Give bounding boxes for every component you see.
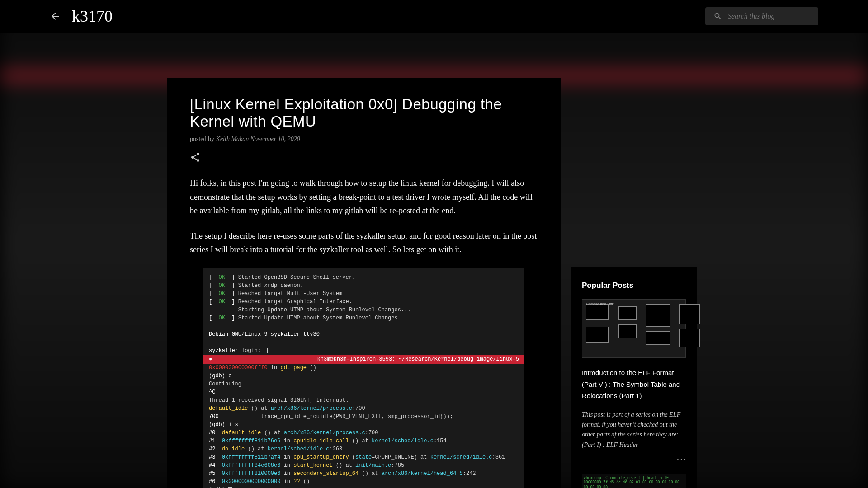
popular-post-thumbnail-2[interactable]: >hexdump -C compile_me.elf | head -n 10 … [582,474,686,488]
term-red-bar: ●kh3m@kh3m-Inspiron-3593: ~/Research/Ker… [203,355,524,364]
term-line: 700 trace_cpu_idle_rcuidle(PWR_EVENT_EXI… [203,413,524,421]
term-line: #3 0xffffffff811b7af4 in cpu_startup_ent… [203,453,524,461]
term-line: (gdb) [203,486,524,488]
terminal-screenshot[interactable]: [ OK ] Started OpenBSD Secure Shell serv… [203,268,524,488]
term-line: Thread 1 received signal SIGINT, Interru… [203,396,524,404]
term-line: Debian GNU/Linux 9 syzkaller ttyS0 [203,330,524,338]
term-line [203,322,524,330]
term-line [203,338,524,347]
sidebar: Popular Posts Compile and Link Introduct… [571,267,697,488]
popular-post-excerpt: This post is part of a series on the ELF… [582,410,686,450]
popular-post-thumbnail[interactable]: Compile and Link [582,299,686,358]
article-title: [Linux Kernel Exploitation 0x0] Debuggin… [190,96,538,130]
term-line: default_idle () at arch/x86/kernel/proce… [203,404,524,413]
term-line: Continuing. [203,380,524,388]
term-line: Starting Update UTMP about System Runlev… [203,306,524,314]
share-icon[interactable] [190,152,201,163]
term-line: syzkaller login: [203,347,524,355]
date-link[interactable]: November 10, 2020 [250,136,300,142]
header: k3170 [0,0,868,33]
term-line: #0 default_idle () at arch/x86/kernel/pr… [203,429,524,437]
paragraph-1: Hi folks, in this post I'm going to walk… [190,176,538,218]
popular-post-title[interactable]: Introduction to the ELF Format (Part VI)… [582,367,686,402]
term-line: [ OK ] Reached target Graphical Interfac… [203,298,524,306]
article: [Linux Kernel Exploitation 0x0] Debuggin… [167,78,561,488]
term-line: #2 do_idle () at kernel/sched/idle.c:263 [203,445,524,453]
term-line: (gdb) i s [203,421,524,429]
article-meta: posted by Keith Makan November 10, 2020 [190,136,538,143]
site-title[interactable]: k3170 [72,7,113,26]
term-line: [ OK ] Started xrdp daemon. [203,282,524,290]
popular-posts-heading: Popular Posts [582,281,686,290]
term-line: #1 0xffffffff811b76e6 in cpuidle_idle_ca… [203,437,524,445]
search-icon [713,12,722,21]
back-arrow-icon[interactable] [50,11,61,22]
search-box[interactable] [705,7,818,25]
term-line: #6 0x0000000000000000 in ?? () [203,478,524,486]
term-line: [ OK ] Started Update UTMP about System … [203,314,524,322]
paragraph-2: The setup I describe here re-uses some p… [190,229,538,257]
term-line: (gdb) c [203,372,524,380]
author-link[interactable]: Keith Makan [216,136,249,142]
more-link[interactable]: … [582,450,686,463]
main-content: [Linux Kernel Exploitation 0x0] Debuggin… [0,78,868,488]
term-line: #4 0xffffffff84c608c6 in start_kernel ()… [203,461,524,469]
search-input[interactable] [728,12,810,20]
term-line: ^C [203,388,524,396]
term-line: #5 0xffffffff810000e6 in secondary_start… [203,469,524,478]
term-line: [ OK ] Reached target Multi-User System. [203,290,524,298]
posted-by-label: posted by [190,136,216,142]
term-line: [ OK ] Started OpenBSD Secure Shell serv… [203,273,524,282]
article-body: Hi folks, in this post I'm going to walk… [190,176,538,488]
term-line: 0x000000000000fff0 in gdt_page () [203,364,524,372]
header-left: k3170 [50,7,113,26]
